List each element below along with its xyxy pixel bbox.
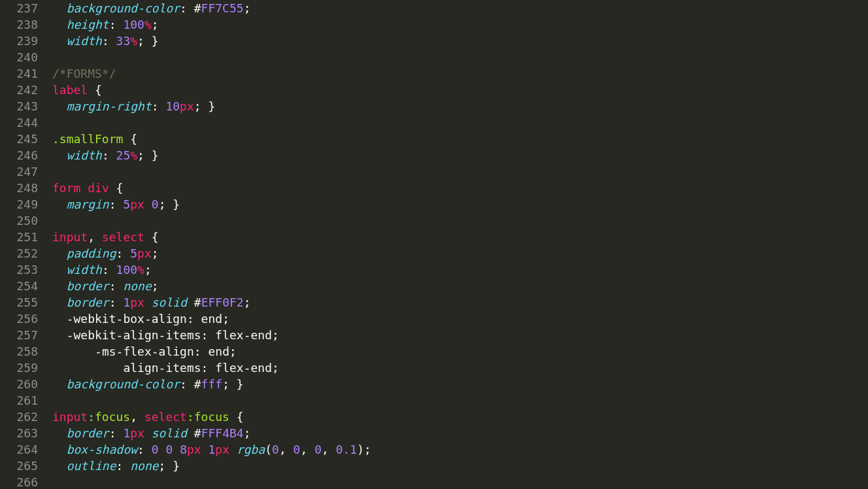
- code-line[interactable]: 252 padding: 5px;: [0, 245, 868, 261]
- code-line[interactable]: 239 width: 33%; }: [0, 33, 868, 49]
- code-line[interactable]: 243 margin-right: 10px; }: [0, 98, 868, 114]
- line-number: 263: [0, 425, 52, 441]
- code-content: height: 100%;: [52, 16, 159, 33]
- line-number: 265: [0, 458, 52, 474]
- code-content: input, select {: [52, 229, 159, 245]
- code-content: padding: 5px;: [52, 245, 159, 261]
- line-number: 240: [0, 49, 52, 65]
- line-number: 266: [0, 474, 52, 489]
- line-number: 256: [0, 311, 52, 327]
- code-content: -ms-flex-align: end;: [52, 343, 237, 360]
- code-content: margin-right: 10px; }: [52, 98, 215, 114]
- line-number: 254: [0, 278, 52, 294]
- code-line[interactable]: 260 background-color: #fff; }: [0, 376, 868, 392]
- code-content: form div {: [52, 180, 123, 196]
- line-number: 260: [0, 376, 52, 392]
- code-content: -webkit-box-align: end;: [52, 311, 229, 327]
- code-content: .smallForm {: [52, 131, 137, 147]
- line-number: 249: [0, 196, 52, 212]
- line-number: 259: [0, 360, 52, 376]
- code-line[interactable]: 241 /*FORMS*/: [0, 65, 868, 82]
- code-line[interactable]: 251 input, select {: [0, 229, 868, 245]
- line-number: 261: [0, 392, 52, 409]
- code-content: margin: 5px 0; }: [52, 196, 180, 212]
- code-line[interactable]: 244: [0, 114, 868, 131]
- code-line[interactable]: 249 margin: 5px 0; }: [0, 196, 868, 212]
- line-number: 242: [0, 82, 52, 98]
- code-line[interactable]: 246 width: 25%; }: [0, 147, 868, 163]
- code-content: outline: none; }: [52, 458, 180, 474]
- line-number: 239: [0, 33, 52, 49]
- code-content: input:focus, select:focus {: [52, 409, 244, 425]
- line-number: 237: [0, 0, 52, 16]
- code-line[interactable]: 242 label {: [0, 82, 868, 98]
- code-content: border: 1px solid #EFF0F2;: [52, 294, 251, 311]
- line-number: 257: [0, 327, 52, 343]
- line-number: 250: [0, 212, 52, 229]
- code-line[interactable]: 262 input:focus, select:focus {: [0, 409, 868, 425]
- line-number: 245: [0, 131, 52, 147]
- code-content: -webkit-align-items: flex-end;: [52, 327, 279, 343]
- line-number: 253: [0, 261, 52, 278]
- code-line[interactable]: 266: [0, 474, 868, 489]
- code-line[interactable]: 250: [0, 212, 868, 229]
- line-number: 246: [0, 147, 52, 163]
- line-number: 243: [0, 98, 52, 114]
- line-number: 258: [0, 343, 52, 360]
- code-line[interactable]: 247: [0, 163, 868, 180]
- code-line[interactable]: 255 border: 1px solid #EFF0F2;: [0, 294, 868, 311]
- code-line[interactable]: 259 align-items: flex-end;: [0, 360, 868, 376]
- code-line[interactable]: 253 width: 100%;: [0, 261, 868, 278]
- line-number: 238: [0, 16, 52, 33]
- code-line[interactable]: 265 outline: none; }: [0, 458, 868, 474]
- line-number: 248: [0, 180, 52, 196]
- line-number: 251: [0, 229, 52, 245]
- code-line[interactable]: 256 -webkit-box-align: end;: [0, 311, 868, 327]
- code-line[interactable]: 261: [0, 392, 868, 409]
- code-line[interactable]: 254 border: none;: [0, 278, 868, 294]
- code-line[interactable]: 258 -ms-flex-align: end;: [0, 343, 868, 360]
- code-line[interactable]: 237 background-color: #FF7C55;: [0, 0, 868, 16]
- code-line[interactable]: 257 -webkit-align-items: flex-end;: [0, 327, 868, 343]
- code-content: background-color: #FF7C55;: [52, 0, 250, 16]
- code-content: border: 1px solid #FFF4B4;: [52, 425, 251, 441]
- code-line[interactable]: 238 height: 100%;: [0, 16, 868, 33]
- code-content: width: 33%; }: [52, 33, 159, 49]
- code-line[interactable]: 264 box-shadow: 0 0 8px 1px rgba(0, 0, 0…: [0, 441, 868, 458]
- line-number: 252: [0, 245, 52, 261]
- code-line[interactable]: 245 .smallForm {: [0, 131, 868, 147]
- code-content: background-color: #fff; }: [52, 376, 244, 392]
- code-content: width: 25%; }: [52, 147, 159, 163]
- line-number: 247: [0, 163, 52, 180]
- code-line[interactable]: 248 form div {: [0, 180, 868, 196]
- line-number: 241: [0, 65, 52, 82]
- line-number: 255: [0, 294, 52, 311]
- code-content: box-shadow: 0 0 8px 1px rgba(0, 0, 0, 0.…: [52, 441, 371, 458]
- line-number: 262: [0, 409, 52, 425]
- code-content: border: none;: [52, 278, 159, 294]
- code-content: width: 100%;: [52, 261, 152, 278]
- code-content: align-items: flex-end;: [52, 360, 279, 376]
- code-content: /*FORMS*/: [52, 65, 116, 82]
- code-line[interactable]: 240: [0, 49, 868, 65]
- line-number: 264: [0, 441, 52, 458]
- code-line[interactable]: 263 border: 1px solid #FFF4B4;: [0, 425, 868, 441]
- code-content: label {: [52, 82, 102, 98]
- line-number: 244: [0, 114, 52, 131]
- code-editor[interactable]: 237 background-color: #FF7C55; 238 heigh…: [0, 0, 868, 489]
